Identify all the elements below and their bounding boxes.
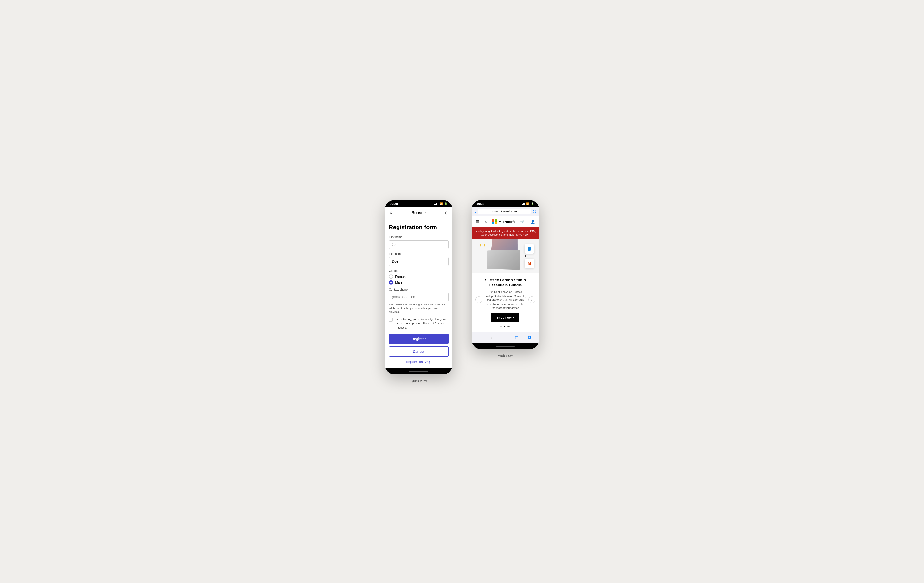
carousel-area: ‹ Surface Laptop Studio Essentials Bundl…	[472, 273, 539, 332]
shop-now-label: Shop now	[497, 316, 512, 319]
phone2-wrapper: 10:28 📶 🔋 ‹ www.microsoft.com ⬡	[472, 200, 539, 357]
url-bar[interactable]: www.microsoft.com	[478, 209, 531, 214]
contact-phone-label: Contact phone	[389, 288, 449, 291]
status-icons-1: 📶 🔋	[434, 202, 447, 206]
ms-user-button[interactable]: 👤	[530, 219, 536, 224]
toolbar-share-button[interactable]: ↑	[502, 334, 506, 341]
phone2: 10:28 📶 🔋 ‹ www.microsoft.com ⬡	[472, 200, 539, 349]
first-name-label: First name	[389, 236, 449, 239]
privacy-checkbox-row[interactable]: By continuing, you acknowledge that you'…	[389, 317, 449, 330]
app-title: Booster	[411, 211, 426, 215]
register-button[interactable]: Register	[389, 334, 449, 344]
last-name-group: Last name	[389, 252, 449, 266]
phone1-wrapper: 10:28 📶 🔋 ✕ Booster	[385, 200, 452, 383]
contact-phone-input[interactable]	[389, 293, 449, 301]
last-name-label: Last name	[389, 252, 449, 256]
svg-text:✓: ✓	[529, 248, 530, 250]
phone-hint: A text message containing a one-time pas…	[389, 303, 449, 314]
battery-icon-1: 🔋	[444, 202, 447, 206]
carousel-dot-2[interactable]	[503, 326, 505, 327]
product-badge-shield: ✓	[525, 244, 534, 254]
status-bar-2: 10:28 📶 🔋	[472, 200, 539, 207]
product-image-area: ✦ ✦ ✓ +	[472, 239, 539, 273]
phone1-label: Quick view	[411, 379, 427, 383]
ms-cart-button[interactable]: 🛒	[520, 219, 525, 224]
carousel-next-button[interactable]: ›	[528, 296, 535, 303]
contact-phone-group: Contact phone A text message containing …	[389, 288, 449, 314]
battery-icon-2: 🔋	[531, 202, 534, 206]
browser-share-button[interactable]: ⬡	[533, 209, 536, 214]
share-button[interactable]: ⬡	[445, 211, 449, 215]
privacy-text: By continuing, you acknowledge that you'…	[394, 317, 449, 330]
office-icon: M	[528, 261, 531, 265]
toolbar-tabs-button[interactable]: ⧉	[527, 334, 532, 341]
promo-banner: Finish your gift list with great deals o…	[472, 227, 539, 239]
phones-container: 10:28 📶 🔋 ✕ Booster	[385, 200, 539, 383]
phone1: 10:28 📶 🔋 ✕ Booster	[385, 200, 452, 374]
home-bar-2	[496, 346, 515, 347]
carousel-dot-1[interactable]	[500, 326, 502, 327]
time-1: 10:28	[390, 202, 398, 206]
plus-icon: +	[524, 254, 526, 258]
shop-now-button[interactable]: Shop now ›	[492, 313, 519, 322]
gender-group: Gender Female Male	[389, 269, 449, 285]
cancel-button[interactable]: Cancel	[389, 346, 449, 357]
laptop-body	[487, 250, 520, 270]
radio-circle-female	[389, 274, 393, 279]
browser-toolbar: ‹ › ↑ □ ⧉	[472, 332, 539, 343]
toolbar-bookmark-button[interactable]: □	[515, 334, 519, 341]
promo-link[interactable]: Shop now ›	[516, 233, 530, 236]
status-bar-1: 10:28 📶 🔋	[385, 200, 452, 207]
signal-bars-2	[521, 203, 525, 206]
radio-label-female: Female	[395, 275, 406, 278]
form-title: Registration form	[389, 224, 449, 231]
ms-brand: Microsoft	[492, 219, 515, 224]
radio-male[interactable]: Male	[389, 280, 449, 285]
status-icons-2: 📶 🔋	[521, 202, 534, 206]
carousel-title: Surface Laptop Studio Essentials Bundle	[485, 278, 526, 288]
wifi-icon-1: 📶	[440, 202, 443, 206]
browser-bar: ‹ www.microsoft.com ⬡	[472, 207, 539, 216]
faq-link[interactable]: Registration FAQs	[389, 360, 449, 364]
home-indicator-1	[385, 369, 452, 374]
radio-label-male: Male	[395, 280, 402, 284]
phone2-label: Web view	[498, 354, 513, 357]
form-content: Registration form First name Last name G…	[385, 219, 452, 369]
app-header: ✕ Booster ⬡	[385, 207, 452, 219]
time-2: 10:28	[477, 202, 484, 206]
sparkles-decoration: ✦ ✦	[479, 243, 486, 247]
laptop-illustration	[486, 243, 525, 269]
carousel-row: ‹ Surface Laptop Studio Essentials Bundl…	[475, 278, 535, 322]
ms-logo-grid	[492, 219, 497, 224]
gender-label: Gender	[389, 269, 449, 272]
ms-menu-button[interactable]: ☰	[475, 219, 479, 224]
browser-back-button[interactable]: ‹	[475, 209, 476, 214]
carousel-content: Surface Laptop Studio Essentials Bundle …	[482, 278, 528, 322]
carousel-pause-button[interactable]: ⏸	[507, 326, 510, 327]
carousel-dots: ⏸	[475, 326, 535, 327]
last-name-input[interactable]	[389, 257, 449, 266]
carousel-description: Bundle and save on Surface Laptop Studio…	[485, 290, 526, 310]
signal-bars-1	[434, 203, 439, 206]
product-badge-office: M	[525, 259, 534, 268]
home-indicator-2	[472, 343, 539, 349]
ms-nav: ☰ ⌕ Microsoft 🛒 👤	[472, 216, 539, 227]
first-name-group: First name	[389, 236, 449, 249]
home-bar-1	[409, 371, 428, 372]
toolbar-forward-button[interactable]: ›	[490, 334, 493, 341]
radio-circle-male	[389, 280, 393, 285]
ms-wordmark: Microsoft	[498, 220, 515, 224]
ms-search-button[interactable]: ⌕	[484, 219, 487, 224]
toolbar-back-button[interactable]: ‹	[478, 334, 482, 341]
close-button[interactable]: ✕	[389, 210, 393, 216]
first-name-input[interactable]	[389, 240, 449, 249]
shop-now-arrow: ›	[513, 316, 514, 319]
privacy-checkbox[interactable]	[389, 318, 393, 321]
phone1-screen: ✕ Booster ⬡ Registration form First name…	[385, 207, 452, 369]
carousel-prev-button[interactable]: ‹	[475, 296, 482, 303]
wifi-icon-2: 📶	[526, 202, 530, 206]
radio-female[interactable]: Female	[389, 274, 449, 279]
